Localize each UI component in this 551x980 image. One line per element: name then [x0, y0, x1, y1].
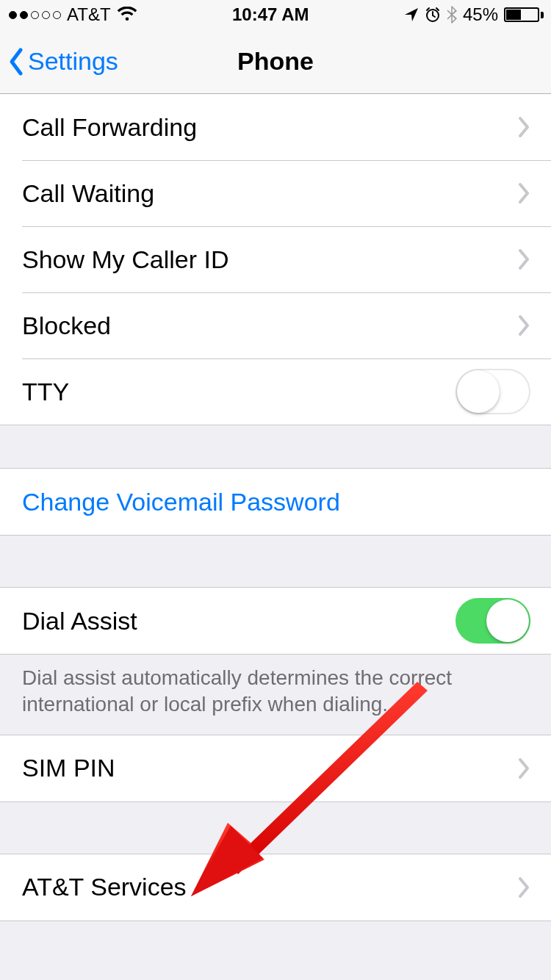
carrier-services-row[interactable]: AT&T Services	[0, 854, 551, 920]
battery-percent: 45%	[463, 4, 498, 25]
tty-row: TTY	[0, 359, 551, 425]
change-voicemail-password-row[interactable]: Change Voicemail Password	[0, 469, 551, 535]
row-label: Show My Caller ID	[22, 245, 517, 274]
call-forwarding-row[interactable]: Call Forwarding	[0, 94, 551, 160]
dial-assist-toggle[interactable]	[455, 598, 530, 644]
status-left: AT&T	[9, 4, 137, 25]
nav-bar: Settings Phone	[0, 29, 551, 94]
chevron-right-icon	[517, 876, 530, 898]
wifi-icon	[117, 7, 137, 23]
bluetooth-icon	[447, 6, 457, 24]
row-label: TTY	[22, 378, 455, 406]
back-button[interactable]: Settings	[7, 29, 118, 93]
carrier-services-section: AT&T Services	[0, 854, 551, 921]
row-label: Blocked	[22, 311, 517, 340]
row-label: Change Voicemail Password	[22, 488, 530, 516]
row-label: AT&T Services	[22, 873, 517, 901]
row-label: Call Forwarding	[22, 113, 517, 142]
signal-strength-icon	[9, 11, 61, 19]
section-gap	[0, 921, 551, 964]
row-label: SIM PIN	[22, 754, 517, 782]
carrier-label: AT&T	[67, 4, 111, 25]
section-gap	[0, 425, 551, 468]
page-title: Phone	[237, 47, 314, 76]
call-waiting-row[interactable]: Call Waiting	[0, 160, 551, 226]
section-gap	[0, 802, 551, 854]
dial-assist-footer: Dial assist automatically determines the…	[0, 655, 551, 735]
voicemail-section: Change Voicemail Password	[0, 468, 551, 536]
status-time: 10:47 AM	[232, 4, 309, 25]
sim-pin-row[interactable]: SIM PIN	[0, 735, 551, 801]
chevron-right-icon	[517, 314, 530, 336]
dial-assist-section: Dial Assist	[0, 587, 551, 655]
row-label: Call Waiting	[22, 179, 517, 208]
tty-toggle[interactable]	[455, 369, 530, 414]
chevron-right-icon	[517, 248, 530, 270]
calls-section: Call Forwarding Call Waiting Show My Cal…	[0, 94, 551, 425]
show-caller-id-row[interactable]: Show My Caller ID	[0, 226, 551, 292]
dial-assist-row: Dial Assist	[0, 588, 551, 654]
chevron-right-icon	[517, 116, 530, 138]
alarm-icon	[425, 7, 441, 23]
back-label: Settings	[28, 47, 118, 76]
status-right: 45%	[404, 4, 544, 25]
battery-icon	[504, 7, 544, 22]
chevron-right-icon	[517, 182, 530, 204]
blocked-row[interactable]: Blocked	[0, 292, 551, 359]
chevron-right-icon	[517, 757, 530, 779]
status-bar: AT&T 10:47 AM 45%	[0, 0, 551, 29]
location-icon	[404, 7, 419, 22]
row-label: Dial Assist	[22, 607, 455, 635]
sim-pin-section: SIM PIN	[0, 735, 551, 802]
section-gap	[0, 536, 551, 587]
chevron-left-icon	[7, 47, 25, 76]
